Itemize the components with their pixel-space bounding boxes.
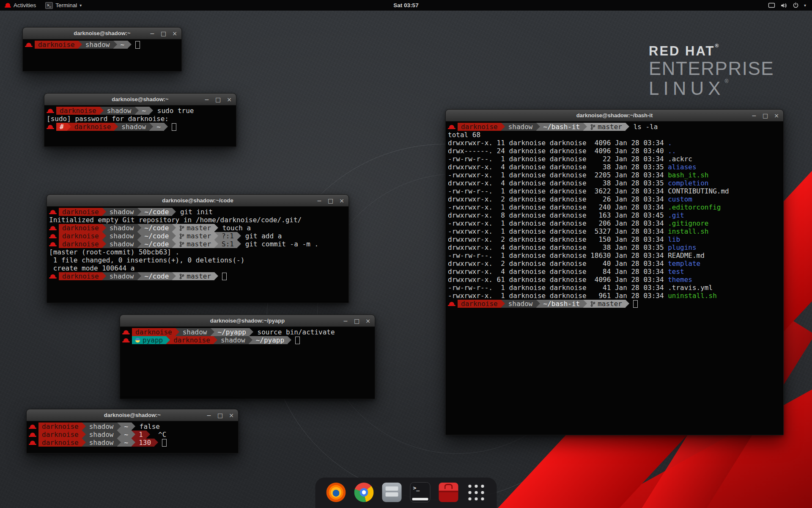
terminal-glyph: >_ [413, 485, 420, 491]
terminal-content[interactable]: darknoiseshadow~/pyapp source bin/activa… [120, 327, 375, 345]
prompt-segment-path: ~/code [141, 240, 173, 248]
terminal-text: drwxrwxr-x. 11 darknoise darknoise 4096 … [448, 139, 668, 147]
file-name: .. [668, 147, 676, 155]
git-branch-icon [179, 225, 184, 231]
terminal-text: -rw-rw-r--. 1 darknoise darknoise 22 Jan… [448, 155, 668, 163]
minimize-button[interactable]: − [343, 318, 348, 324]
prompt-segment-exit: 130 [135, 439, 154, 447]
terminal-window-home-1: darknoise@shadow:~−□×darknoiseshadow~ [22, 27, 182, 72]
prompt-segment-git: master [176, 232, 214, 240]
window-titlebar[interactable]: darknoise@shadow:~/code−□× [47, 195, 348, 207]
firefox-icon[interactable] [326, 483, 346, 502]
powerline-arrow-icon [172, 272, 176, 280]
activities-button[interactable]: Activities [0, 0, 41, 11]
powerline-arrow-icon [583, 123, 587, 131]
terminal-text: -rwxrwxr-x. 1 darknoise darknoise 5327 J… [448, 227, 668, 235]
powerline-arrow-icon [132, 431, 135, 439]
terminal-text: -rwxrwxr-x. 1 darknoise darknoise 961 Ja… [448, 292, 668, 300]
close-button[interactable]: × [339, 198, 344, 204]
terminal-icon[interactable]: >_ [410, 482, 431, 502]
close-button[interactable]: × [774, 113, 779, 119]
close-button[interactable]: × [365, 318, 370, 324]
terminal-line: -rw-rw-r--. 1 darknoise darknoise 41 Jan… [448, 284, 781, 292]
maximize-button[interactable]: □ [763, 113, 768, 119]
terminal-content[interactable]: darknoiseshadow~/bash-itmaster ls -latot… [446, 121, 783, 309]
maximize-button[interactable]: □ [354, 318, 359, 324]
system-status-area[interactable]: ▾ [762, 0, 812, 11]
prompt-segment-host: shadow [179, 328, 211, 336]
file-name: plugins [668, 243, 696, 251]
terminal-line: darknoiseshadow~ sudo true [47, 107, 234, 115]
terminal-cursor [295, 337, 300, 344]
prompt-segment-git: master [176, 224, 214, 232]
terminal-text: drwxrwxr-x. 4 darknoise darknoise 84 Jan… [448, 268, 668, 276]
window-title: darknoise@shadow:~/bash-it [576, 112, 653, 119]
maximize-button[interactable]: □ [217, 412, 223, 418]
maximize-button[interactable]: □ [161, 30, 166, 36]
powerline-arrow-icon [211, 328, 214, 336]
maximize-button[interactable]: □ [215, 97, 221, 102]
terminal-text: -rw-rw-r--. 1 darknoise darknoise 18630 … [448, 251, 668, 260]
terminal-text: create mode 100644 a [49, 264, 134, 272]
close-button[interactable]: × [172, 30, 177, 36]
minimize-button[interactable]: − [204, 97, 209, 102]
app-menu-terminal[interactable]: >_ Terminal ▾ [41, 0, 86, 11]
prompt-segment-host: shadow [106, 208, 137, 216]
prompt-segment-host: shadow [106, 272, 137, 280]
window-controls: −□× [206, 409, 234, 421]
app-grid-icon[interactable] [467, 483, 486, 502]
maximize-button[interactable]: □ [328, 198, 333, 204]
powerline-arrow-icon [172, 232, 176, 240]
file-name: template [668, 260, 700, 268]
powerline-arrow-icon [137, 224, 141, 232]
powerline-arrow-icon [82, 439, 86, 447]
redhat-prompt-icon [50, 226, 55, 230]
prompt-segment-path: ~/pyapp [214, 328, 250, 336]
terminal-line: darknoiseshadow~/bash-itmaster [448, 300, 781, 308]
prompt-segment-exit: 1 [135, 431, 146, 439]
redhat-prompt-icon [26, 43, 31, 47]
window-titlebar[interactable]: darknoise@shadow:~−□× [27, 409, 238, 421]
chrome-icon[interactable] [354, 483, 374, 502]
powerline-arrow-icon [172, 224, 176, 232]
prompt-segment-host: shadow [217, 336, 249, 344]
window-titlebar[interactable]: darknoise@shadow:~−□× [44, 94, 236, 105]
toolbox-icon[interactable] [439, 483, 458, 502]
files-icon[interactable] [382, 483, 402, 502]
terminal-cursor [162, 439, 167, 447]
window-titlebar[interactable]: darknoise@shadow:~/bash-it−□× [446, 110, 783, 121]
window-title: darknoise@shadow:~ [104, 412, 161, 418]
redhat-prompt-icon [50, 242, 55, 246]
powerline-arrow-icon [137, 232, 141, 240]
minimize-button[interactable]: − [317, 198, 322, 204]
terminal-text: -rw-rw-r--. 1 darknoise darknoise 41 Jan… [448, 284, 668, 292]
terminal-content[interactable]: darknoiseshadow~/code git initInitialize… [47, 207, 348, 282]
window-titlebar[interactable]: darknoise@shadow:~−□× [23, 28, 181, 39]
prompt-segment-path: ~ [121, 431, 132, 439]
volume-icon [780, 3, 787, 8]
minimize-button[interactable]: − [206, 412, 211, 418]
brand-red-hat: RED HAT® [649, 43, 774, 59]
window-titlebar[interactable]: darknoise@shadow:~/pyapp−□× [120, 315, 375, 327]
close-button[interactable]: × [227, 97, 232, 102]
window-controls: −□× [317, 195, 344, 206]
powerline-arrow-icon [172, 208, 176, 216]
terminal-content[interactable]: darknoiseshadow~ falsedarknoiseshadow~1 … [27, 421, 238, 448]
terminal-content[interactable]: darknoiseshadow~ [23, 39, 181, 50]
minimize-button[interactable]: − [752, 113, 757, 119]
close-button[interactable]: × [229, 412, 234, 418]
powerline-arrow-icon [78, 41, 82, 49]
powerline-arrow-icon [102, 224, 106, 232]
prompt-segment-path: ~/bash-it [540, 123, 584, 131]
terminal-line: darknoiseshadow~/codemaster [49, 272, 346, 280]
terminal-text: drwxrwxr-x. 61 darknoise darknoise 4096 … [448, 276, 668, 284]
terminal-line: drwxrwxr-x. 11 darknoise darknoise 4096 … [448, 139, 781, 147]
prompt-segment-user: darknoise [59, 224, 102, 232]
dock-items: >_ [326, 482, 486, 502]
minimize-button[interactable]: − [150, 30, 155, 36]
redhat-logo-icon [5, 3, 11, 8]
clock[interactable]: Sat 03:57 [393, 2, 418, 8]
terminal-content[interactable]: darknoiseshadow~ sudo true[sudo] passwor… [44, 105, 236, 132]
redhat-prompt-icon [30, 433, 35, 436]
git-branch-icon [590, 301, 595, 307]
